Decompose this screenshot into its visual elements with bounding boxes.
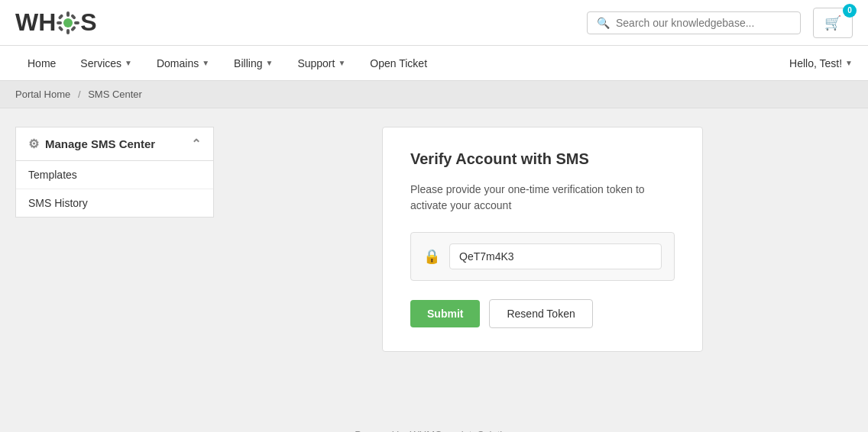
svg-rect-2 (66, 29, 70, 34)
navbar: Home Services ▼ Domains ▼ Billing ▼ Supp… (0, 46, 868, 81)
sidebar-menu: Templates SMS History (15, 161, 214, 218)
header: WH S 🔍 🛒 (0, 0, 868, 46)
search-icon: 🔍 (597, 17, 610, 29)
content-area: Verify Account with SMS Please provide y… (232, 127, 853, 395)
billing-dropdown-icon: ▼ (265, 59, 273, 67)
resend-token-button[interactable]: Resend Token (489, 299, 592, 328)
nav-link-support[interactable]: Support ▼ (285, 47, 358, 80)
nav-label-open-ticket: Open Ticket (370, 57, 427, 69)
svg-rect-3 (57, 21, 62, 24)
main-content: ⚙ Manage SMS Center ⌃ Templates SMS Hist… (0, 108, 868, 414)
svg-rect-1 (66, 11, 70, 17)
nav-label-domains: Domains (157, 57, 199, 69)
svg-rect-6 (70, 14, 76, 20)
sidebar-item-sms-history[interactable]: SMS History (16, 189, 213, 217)
sidebar: ⚙ Manage SMS Center ⌃ Templates SMS Hist… (15, 127, 214, 395)
header-right: 🔍 🛒 0 (587, 8, 853, 38)
nav-link-services[interactable]: Services ▼ (68, 47, 144, 80)
token-input[interactable] (449, 243, 662, 269)
nav-item-support[interactable]: Support ▼ (285, 47, 358, 80)
card-title: Verify Account with SMS (410, 150, 675, 168)
nav-link-open-ticket[interactable]: Open Ticket (358, 47, 439, 80)
sidebar-header-left: ⚙ Manage SMS Center (28, 137, 155, 151)
sidebar-title: Manage SMS Center (45, 137, 155, 150)
cart-button[interactable]: 🛒 0 (813, 8, 853, 38)
nav-link-domains[interactable]: Domains ▼ (144, 47, 222, 80)
card-actions: Submit Resend Token (410, 299, 675, 328)
svg-rect-4 (74, 21, 79, 24)
breadcrumb-separator: / (78, 89, 81, 100)
nav-item-billing[interactable]: Billing ▼ (222, 47, 285, 80)
nav-label-services: Services (80, 57, 121, 69)
sidebar-item-templates[interactable]: Templates (16, 161, 213, 189)
nav-item-home[interactable]: Home (15, 47, 68, 80)
search-box[interactable]: 🔍 (587, 11, 801, 34)
logo-gear-icon (57, 11, 79, 34)
logo[interactable]: WH S (15, 8, 97, 37)
support-dropdown-icon: ▼ (338, 59, 345, 67)
logo-text-cs: S (80, 8, 96, 37)
cart-badge: 0 (843, 4, 857, 18)
cart-icon: 🛒 (824, 15, 841, 31)
footer-text: Powered by WHMCompleteSolution (355, 429, 513, 432)
nav-item-services[interactable]: Services ▼ (68, 47, 144, 80)
nav-link-home[interactable]: Home (15, 47, 68, 80)
nav-link-billing[interactable]: Billing ▼ (222, 47, 285, 80)
svg-point-0 (63, 18, 73, 27)
logo-text-wh: WH (15, 8, 56, 37)
submit-button[interactable]: Submit (410, 300, 480, 327)
svg-rect-7 (58, 25, 64, 31)
user-dropdown-icon: ▼ (845, 59, 853, 67)
svg-rect-5 (58, 14, 64, 20)
domains-dropdown-icon: ▼ (202, 59, 209, 67)
search-input[interactable] (616, 17, 791, 29)
nav-links: Home Services ▼ Domains ▼ Billing ▼ Supp… (15, 47, 439, 80)
svg-rect-8 (70, 25, 76, 31)
nav-label-support: Support (297, 57, 335, 69)
breadcrumb-current: SMS Center (88, 89, 142, 100)
sidebar-header: ⚙ Manage SMS Center ⌃ (15, 127, 214, 161)
user-greeting: Hello, Test! (789, 57, 842, 69)
user-menu[interactable]: Hello, Test! ▼ (789, 57, 853, 69)
nav-label-billing: Billing (234, 57, 262, 69)
breadcrumb-portal-home[interactable]: Portal Home (15, 89, 70, 100)
sidebar-gear-icon: ⚙ (28, 137, 39, 151)
lock-icon: 🔒 (423, 248, 440, 265)
nav-item-domains[interactable]: Domains ▼ (144, 47, 222, 80)
sidebar-collapse-icon[interactable]: ⌃ (191, 137, 201, 151)
card-description: Please provide your one-time verificatio… (410, 182, 675, 214)
breadcrumb: Portal Home / SMS Center (0, 81, 868, 108)
footer: Powered by WHMCompleteSolution (0, 414, 868, 432)
verify-card: Verify Account with SMS Please provide y… (382, 127, 703, 352)
token-input-group: 🔒 (410, 232, 675, 281)
nav-label-home: Home (28, 57, 56, 69)
services-dropdown-icon: ▼ (125, 59, 132, 67)
nav-item-open-ticket[interactable]: Open Ticket (358, 47, 439, 80)
